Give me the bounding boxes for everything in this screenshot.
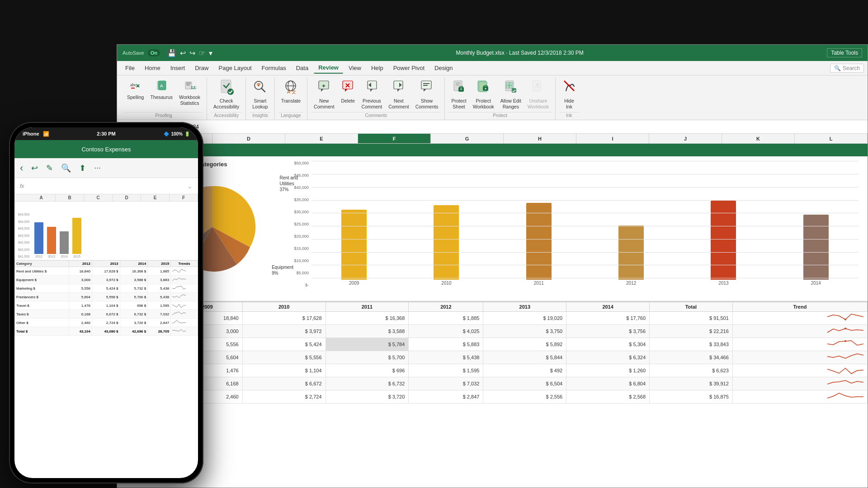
td-2012[interactable]: $ 4,025 xyxy=(409,325,483,338)
col-header-l[interactable]: L xyxy=(795,134,868,143)
mobile-td-2014[interactable]: 3,588 $ xyxy=(120,276,148,284)
menu-home[interactable]: Home xyxy=(140,63,165,73)
iphone-col-e[interactable]: E xyxy=(141,194,170,201)
td-2014[interactable]: $ 3,756 xyxy=(566,325,650,338)
autosave-toggle[interactable]: On xyxy=(148,49,160,56)
translate-button[interactable]: A 文 Translate xyxy=(278,77,303,111)
redo-icon[interactable]: ↪ xyxy=(189,49,195,57)
menu-data[interactable]: Data xyxy=(292,63,313,73)
td-2012[interactable]: $ 5,883 xyxy=(409,338,483,351)
mobile-td-cat[interactable]: Marketing $ xyxy=(15,284,69,293)
td-2011[interactable]: $ 696 xyxy=(326,364,409,377)
mobile-td-2014[interactable]: 696 $ xyxy=(120,301,148,310)
mobile-td-cat[interactable]: Other $ xyxy=(15,319,69,327)
iphone-back-button[interactable]: ‹ xyxy=(20,162,23,174)
mobile-td-2013[interactable]: 17,628 $ xyxy=(92,267,120,276)
workbook-stats-button[interactable]: 123 Workbook Statistics xyxy=(176,77,203,111)
mobile-td-2012[interactable]: 3,000 xyxy=(69,276,92,284)
mobile-td-2014[interactable]: 5,732 $ xyxy=(120,284,148,293)
mobile-td-2015[interactable]: 5,438 xyxy=(148,293,171,301)
td-2013[interactable]: $ 3,750 xyxy=(483,325,566,338)
check-accessibility-button[interactable]: Check Accessibility xyxy=(211,77,242,111)
td-total[interactable]: $ 16,875 xyxy=(650,390,733,404)
new-comment-button[interactable]: New Comment xyxy=(311,77,337,111)
iphone-draw-icon[interactable]: ✎ xyxy=(46,163,53,173)
more-icon[interactable]: ▾ xyxy=(209,49,212,57)
mobile-td-cat[interactable]: Rent and Utilities $ xyxy=(15,267,69,276)
mobile-td-2014[interactable]: 3,720 $ xyxy=(120,319,148,327)
delete-comment-button[interactable]: Delete xyxy=(338,77,358,111)
td-2012[interactable]: $ 5,438 xyxy=(409,351,483,364)
td-2010[interactable]: $ 5,556 xyxy=(242,351,326,364)
mobile-td-2015[interactable]: 5,438 xyxy=(148,284,171,293)
mobile-td-total-2015[interactable]: 28,705 xyxy=(148,327,171,336)
td-total[interactable]: $ 39,912 xyxy=(650,377,733,390)
menu-file[interactable]: File xyxy=(121,63,139,73)
mobile-td-total-2012[interactable]: 43,104 xyxy=(69,327,92,336)
iphone-share-icon[interactable]: ⬆ xyxy=(79,163,86,173)
td-2012[interactable]: $ 2,847 xyxy=(409,390,483,404)
td-2012[interactable]: $ 1,595 xyxy=(409,364,483,377)
mobile-td-2012[interactable]: 18,840 xyxy=(69,267,92,276)
td-2014[interactable]: $ 1,260 xyxy=(566,364,650,377)
mobile-td-2015[interactable]: 1,595 xyxy=(148,301,171,310)
iphone-col-a[interactable]: A xyxy=(27,194,56,201)
menu-insert[interactable]: Insert xyxy=(166,63,190,73)
td-2014[interactable]: $ 2,568 xyxy=(566,390,650,404)
thesaurus-button[interactable]: A Thesaurus xyxy=(147,77,175,111)
mobile-td-2013[interactable]: 5,424 $ xyxy=(92,284,120,293)
col-header-i[interactable]: I xyxy=(576,134,649,143)
smart-lookup-button[interactable]: Smart Lookup xyxy=(250,77,270,111)
mobile-td-2013[interactable]: 1,104 $ xyxy=(92,301,120,310)
hide-ink-button[interactable]: Hide Ink xyxy=(559,77,579,111)
td-2010[interactable]: $ 2,724 xyxy=(242,390,326,404)
mobile-td-2015[interactable]: 2,847 xyxy=(148,319,171,327)
protect-sheet-button[interactable]: Protect Sheet xyxy=(448,77,469,111)
td-2011[interactable]: $ 5,700 xyxy=(326,351,409,364)
col-header-e[interactable]: E xyxy=(285,134,358,143)
col-header-j[interactable]: J xyxy=(649,134,722,143)
td-2014[interactable]: $ 6,804 xyxy=(566,377,650,390)
td-2010[interactable]: $ 5,424 xyxy=(242,338,326,351)
td-2012[interactable]: $ 1,885 xyxy=(409,312,483,325)
td-total[interactable]: $ 22,216 xyxy=(650,325,733,338)
mobile-td-2014[interactable]: 6,732 $ xyxy=(120,310,148,319)
mobile-td-total-2014[interactable]: 42,696 $ xyxy=(120,327,148,336)
td-total[interactable]: $ 6,623 xyxy=(650,364,733,377)
menu-page-layout[interactable]: Page Layout xyxy=(214,63,256,73)
td-2013[interactable]: $ 2,556 xyxy=(483,390,566,404)
td-2013[interactable]: $ 19,020 xyxy=(483,312,566,325)
mobile-td-2012[interactable]: 2,460 xyxy=(69,319,92,327)
td-2013[interactable]: $ 492 xyxy=(483,364,566,377)
iphone-col-c[interactable]: C xyxy=(84,194,113,201)
unshare-workbook-button[interactable]: Unshare Workbook xyxy=(525,77,552,111)
mobile-td-cat-total[interactable]: Total $ xyxy=(15,327,69,336)
spelling-button[interactable]: abc Spelling xyxy=(124,77,146,111)
menu-help[interactable]: Help xyxy=(367,63,388,73)
mobile-td-2013[interactable]: 6,672 $ xyxy=(92,310,120,319)
previous-comment-button[interactable]: Previous Comment xyxy=(359,77,385,111)
col-header-g[interactable]: G xyxy=(431,134,504,143)
mobile-td-total-2013[interactable]: 43,080 $ xyxy=(92,327,120,336)
iphone-formula-chevron[interactable]: ⌄ xyxy=(187,183,193,190)
mobile-td-cat[interactable]: Travel $ xyxy=(15,301,69,310)
td-total[interactable]: $ 91,501 xyxy=(650,312,733,325)
mobile-td-2013[interactable]: 2,724 $ xyxy=(92,319,120,327)
td-2013[interactable]: $ 6,504 xyxy=(483,377,566,390)
td-2012[interactable]: $ 7,032 xyxy=(409,377,483,390)
mobile-td-2012[interactable]: 6,168 xyxy=(69,310,92,319)
show-comments-button[interactable]: Show Comments xyxy=(413,77,441,111)
mobile-td-2013[interactable]: 5,556 $ xyxy=(92,293,120,301)
formula-value[interactable]: 5784 xyxy=(187,124,865,130)
td-2014[interactable]: $ 5,304 xyxy=(566,338,650,351)
allow-edit-ranges-button[interactable]: Allow Edit Ranges xyxy=(498,77,524,111)
menu-search[interactable]: 🔍 Search xyxy=(830,64,864,73)
next-comment-button[interactable]: Next Comment xyxy=(386,77,412,111)
iphone-col-b[interactable]: B xyxy=(56,194,84,201)
mobile-td-cat[interactable]: Equipment $ xyxy=(15,276,69,284)
mobile-td-2013[interactable]: 3,972 $ xyxy=(92,276,120,284)
menu-design[interactable]: Design xyxy=(430,63,457,73)
protect-workbook-button[interactable]: Protect Workbook xyxy=(470,77,497,111)
td-2010[interactable]: $ 6,672 xyxy=(242,377,326,390)
td-2011[interactable]: $ 6,732 xyxy=(326,377,409,390)
